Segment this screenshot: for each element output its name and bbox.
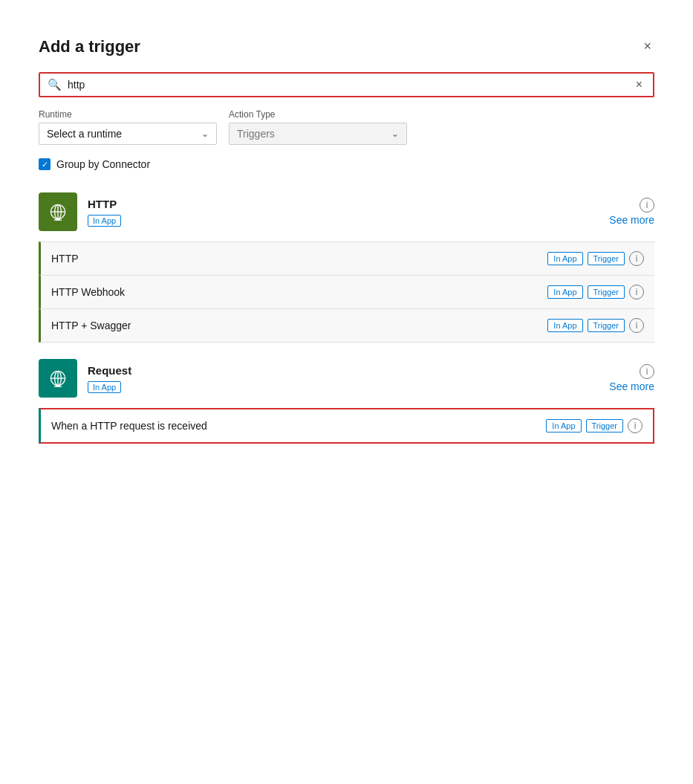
when-http-request-info-button[interactable]: i	[628, 418, 642, 433]
http-connector-icon	[39, 192, 77, 231]
action-type-select-value: Triggers	[237, 128, 275, 140]
http-connector-badge: In App	[88, 215, 121, 227]
http-trigger-badges: In App Trigger i	[547, 251, 644, 266]
http-webhook-inapp-badge: In App	[547, 285, 582, 299]
request-connector-svg	[48, 368, 68, 389]
http-webhook-trigger-badge: Trigger	[588, 285, 625, 299]
http-swagger-trigger-badges: In App Trigger i	[547, 318, 644, 333]
action-type-select[interactable]: Triggers ⌄	[229, 123, 407, 145]
runtime-chevron-icon: ⌄	[201, 129, 209, 139]
action-type-filter-group: Action Type Triggers ⌄	[229, 109, 407, 145]
http-webhook-trigger-name: HTTP Webhook	[51, 286, 547, 298]
request-connector-name: Request	[88, 364, 609, 377]
http-trigger-list: HTTP In App Trigger i HTTP Webhook In Ap…	[39, 242, 654, 343]
http-connector-info: HTTP In App	[88, 198, 609, 227]
http-webhook-trigger-badges: In App Trigger i	[547, 285, 644, 299]
runtime-filter-group: Runtime Select a runtime ⌄	[39, 109, 217, 145]
http-swagger-trigger-badge: Trigger	[588, 319, 625, 332]
svg-rect-5	[54, 220, 62, 221]
http-webhook-trigger-row[interactable]: HTTP Webhook In App Trigger i	[39, 276, 654, 309]
http-trigger-trigger-badge: Trigger	[588, 252, 625, 265]
action-type-chevron-icon: ⌄	[391, 129, 399, 139]
http-swagger-info-button[interactable]: i	[629, 318, 644, 333]
http-connector-info-button[interactable]: i	[640, 198, 654, 213]
request-see-more-button[interactable]: See more	[609, 380, 654, 392]
checkbox-check-icon: ✓	[42, 160, 48, 169]
runtime-label: Runtime	[39, 109, 217, 120]
request-connector-header: Request In App i See more	[39, 351, 654, 405]
http-swagger-trigger-row[interactable]: HTTP + Swagger In App Trigger i	[39, 309, 654, 343]
filters-row: Runtime Select a runtime ⌄ Action Type T…	[39, 109, 654, 145]
runtime-select-value: Select a runtime	[47, 128, 122, 140]
when-http-request-trigger-badges: In App Trigger i	[546, 418, 642, 433]
request-connector-section: Request In App i See more When a HTTP re…	[39, 351, 654, 444]
group-by-connector-row: ✓ Group by Connector	[39, 158, 654, 170]
http-trigger-inapp-badge: In App	[547, 252, 582, 265]
request-connector-info: Request In App	[88, 364, 609, 393]
add-trigger-dialog: Add a trigger × 🔍 × Runtime Select a run…	[15, 15, 678, 476]
http-trigger-row[interactable]: HTTP In App Trigger i	[39, 242, 654, 276]
http-swagger-trigger-name: HTTP + Swagger	[51, 320, 547, 331]
dialog-title: Add a trigger	[39, 37, 140, 56]
svg-rect-11	[54, 386, 62, 387]
runtime-select[interactable]: Select a runtime ⌄	[39, 123, 217, 145]
search-icon: 🔍	[48, 78, 62, 91]
http-swagger-inapp-badge: In App	[547, 319, 582, 332]
http-trigger-info-button[interactable]: i	[629, 251, 644, 266]
search-clear-button[interactable]: ×	[633, 78, 645, 91]
request-trigger-list: When a HTTP request is received In App T…	[39, 408, 654, 444]
http-connector-name: HTTP	[88, 198, 609, 210]
close-button[interactable]: ×	[640, 36, 654, 57]
http-connector-right: i See more	[609, 198, 654, 226]
when-http-request-trigger-name: When a HTTP request is received	[51, 420, 546, 432]
search-row: 🔍 ×	[39, 72, 654, 97]
group-by-connector-label: Group by Connector	[56, 158, 150, 170]
when-http-request-inapp-badge: In App	[546, 419, 581, 433]
when-http-request-trigger-row[interactable]: When a HTTP request is received In App T…	[39, 408, 654, 444]
http-connector-section: HTTP In App i See more HTTP In App Trigg…	[39, 185, 654, 343]
request-connector-badge: In App	[88, 381, 121, 393]
action-type-label: Action Type	[229, 109, 407, 120]
group-by-connector-checkbox[interactable]: ✓	[39, 158, 51, 170]
http-trigger-name: HTTP	[51, 253, 547, 265]
http-see-more-button[interactable]: See more	[609, 214, 654, 226]
dialog-header: Add a trigger ×	[39, 36, 654, 57]
http-connector-svg	[48, 201, 68, 222]
when-http-request-trigger-badge: Trigger	[586, 419, 623, 433]
search-input[interactable]	[68, 79, 633, 91]
http-webhook-info-button[interactable]: i	[629, 285, 644, 299]
request-connector-info-button[interactable]: i	[640, 364, 654, 379]
http-connector-header: HTTP In App i See more	[39, 185, 654, 239]
request-connector-right: i See more	[609, 364, 654, 392]
request-connector-icon	[39, 359, 77, 398]
